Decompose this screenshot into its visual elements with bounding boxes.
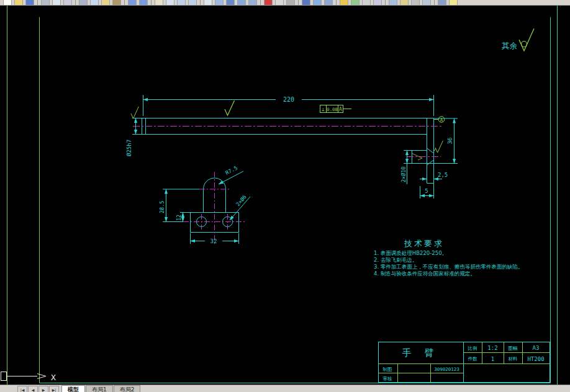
- roughness-mark-icon: [435, 141, 443, 153]
- tab-model[interactable]: 模型: [61, 385, 85, 392]
- toolbar-separator: [75, 0, 76, 5]
- sheet-frame[interactable]: [7, 5, 558, 386]
- grid-icon[interactable]: [422, 0, 431, 6]
- surface-note-text: 其余: [502, 41, 518, 50]
- toolbar-separator: [151, 0, 152, 5]
- dim-plate-height[interactable]: 36: [447, 138, 453, 145]
- toolbar-separator: [260, 0, 261, 5]
- tab-nav-button-0[interactable]: |◀: [17, 386, 27, 392]
- tab-nav-button-3[interactable]: ▶|: [49, 386, 59, 392]
- main-toolbar[interactable]: [0, 0, 570, 6]
- arm-dimensions[interactable]: 220 Ø25h7 36 2×Ø10 2,5 5: [126, 95, 458, 198]
- technical-requirements[interactable]: 技术要求 1. 表面调质处理HB220-250。 2. 去除飞刺毛边。 3. 零…: [374, 239, 523, 277]
- layer-previous-icon[interactable]: [389, 0, 397, 6]
- new-icon[interactable]: [3, 0, 12, 6]
- scale-label: 比例: [468, 345, 477, 351]
- dim-hole-offset[interactable]: 12: [176, 215, 182, 221]
- dim-front-holes[interactable]: 2×Ø6: [235, 194, 248, 207]
- dim-base-width[interactable]: 32: [210, 238, 217, 244]
- arm-centerlines[interactable]: [133, 127, 442, 157]
- open-icon[interactable]: [14, 0, 23, 6]
- paste-icon[interactable]: [101, 0, 110, 6]
- redo-icon[interactable]: [139, 0, 148, 6]
- tab-layout1[interactable]: 布局1: [86, 385, 113, 392]
- fcf-tolerance: 0.08: [327, 107, 338, 112]
- toolbar-separator: [124, 0, 125, 5]
- tech-req-item: 3. 零件加工表面上，不应有划痕、擦伤等损伤零件表面的缺陷。: [374, 264, 523, 270]
- datum-label: A: [440, 117, 443, 123]
- help-icon[interactable]: [449, 0, 458, 6]
- tool-palettes-icon[interactable]: [324, 0, 333, 6]
- tab-layout2[interactable]: 布局2: [114, 385, 141, 392]
- cut-icon[interactable]: [79, 0, 88, 6]
- toolbar-separator: [298, 0, 299, 5]
- measure-icon[interactable]: [340, 0, 348, 6]
- table-icon[interactable]: [226, 0, 235, 6]
- designcenter-icon[interactable]: [313, 0, 322, 6]
- zoom-window-icon[interactable]: [177, 0, 186, 6]
- tab-nav-button-1[interactable]: ◀: [28, 386, 38, 392]
- scale-value: 1:2: [487, 345, 497, 351]
- color-control-icon[interactable]: [264, 0, 273, 6]
- tab-nav-button-2[interactable]: ▶: [38, 386, 48, 392]
- dim-side-holes[interactable]: 2×Ø10: [400, 166, 407, 182]
- fcf-symbol: ⊥: [322, 107, 325, 112]
- toolbar-separator: [385, 0, 386, 5]
- document-number: 309020123: [434, 367, 459, 372]
- layout-tabs[interactable]: 模型布局1布局2: [61, 385, 140, 392]
- plot-icon[interactable]: [41, 0, 50, 6]
- toolbar-separator: [336, 0, 337, 5]
- properties-icon[interactable]: [302, 0, 310, 6]
- workspace-icon[interactable]: [438, 0, 446, 6]
- area-icon[interactable]: [351, 0, 360, 6]
- material-value: HT200: [527, 356, 544, 362]
- undo-icon[interactable]: [128, 0, 137, 6]
- plot-preview-icon[interactable]: [52, 0, 61, 6]
- publish-icon[interactable]: [63, 0, 72, 6]
- title-block[interactable]: 手 臂 比例 1:2 图幅 A3 件数 1 材料 HT200 制图 309020…: [379, 342, 550, 383]
- tech-req-item: 2. 去除飞刺毛边。: [374, 257, 417, 263]
- toolbar-separator: [37, 0, 38, 5]
- dim-shaft-diameter[interactable]: Ø25h7: [126, 140, 132, 156]
- match-properties-icon[interactable]: [112, 0, 121, 6]
- roughness-marks[interactable]: [131, 100, 443, 160]
- zoom-realtime-icon[interactable]: [166, 0, 174, 6]
- roughness-mark-icon: [131, 107, 138, 118]
- ucs-x-axis-label: X: [51, 373, 56, 382]
- drawing-canvas[interactable]: 其余: [0, 0, 570, 392]
- layer-icon[interactable]: [237, 0, 246, 6]
- tech-req-item: 1. 表面调质处理HB220-250。: [374, 250, 447, 256]
- dim-offset-2[interactable]: 5: [425, 188, 428, 194]
- quantity-label: 件数: [468, 356, 478, 362]
- tolerance-frame[interactable]: ⊥ 0.08 A: [320, 105, 352, 113]
- ucs-icon: X: [1, 372, 57, 383]
- ortho-icon[interactable]: [411, 0, 420, 6]
- linetype-control-icon[interactable]: [275, 0, 284, 6]
- roughness-circle-icon: [522, 42, 527, 47]
- arm-side-view[interactable]: [142, 118, 434, 184]
- lineweight-control-icon[interactable]: [286, 0, 295, 6]
- tab-nav-buttons[interactable]: |◀◀▶▶|: [0, 385, 61, 392]
- zoom-previous-icon[interactable]: [188, 0, 197, 6]
- locate-point-icon[interactable]: [373, 0, 382, 6]
- cad-application-window: 其余: [0, 0, 570, 392]
- pan-icon[interactable]: [155, 0, 163, 6]
- quantity-value: 1: [491, 356, 494, 362]
- roughness-symbol-icon: [519, 29, 534, 51]
- datum-symbol[interactable]: A: [434, 117, 445, 123]
- text-style-icon[interactable]: [204, 0, 212, 6]
- object-snap-icon[interactable]: [400, 0, 409, 6]
- list-icon[interactable]: [362, 0, 371, 6]
- part-name: 手 臂: [402, 347, 439, 359]
- dim-length[interactable]: 220: [283, 96, 294, 103]
- surface-note[interactable]: 其余: [502, 29, 534, 51]
- toolbar-separator: [200, 0, 201, 5]
- dim-offset-1[interactable]: 2,5: [438, 172, 448, 178]
- save-icon[interactable]: [25, 0, 34, 6]
- layer-state-icon[interactable]: [248, 0, 257, 6]
- dim-center-height[interactable]: 28.5: [159, 201, 165, 213]
- dim-radius[interactable]: R7.5: [224, 165, 238, 176]
- dimension-style-icon[interactable]: [215, 0, 224, 6]
- copy-icon[interactable]: [90, 0, 99, 6]
- bracket-centerlines[interactable]: [183, 172, 247, 245]
